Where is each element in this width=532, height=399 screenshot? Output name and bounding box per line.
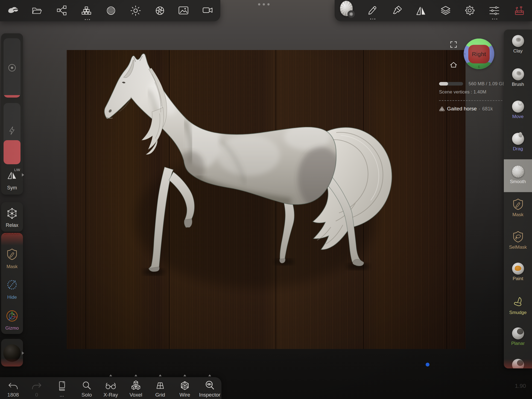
lightning-icon <box>4 125 21 136</box>
redo-button[interactable]: 0 <box>24 377 49 399</box>
xray-button[interactable]: X-Ray <box>98 377 123 399</box>
more-dots <box>85 19 90 20</box>
background-image-icon[interactable] <box>177 4 190 17</box>
inspector-label: Inspector <box>199 392 220 398</box>
scene-vertices-label: Scene vertices : <box>439 89 472 95</box>
left-slider-panel: L/W Sym <box>1 33 23 195</box>
relax-label[interactable]: Relax <box>1 222 23 228</box>
tool-label: Move <box>504 114 532 119</box>
voxel-label: Voxel <box>130 392 142 398</box>
grid-icon <box>154 379 166 391</box>
tool-label: Paint <box>504 276 532 281</box>
inspector-button[interactable]: Inspector <box>197 377 222 399</box>
relax-web-icon[interactable] <box>1 208 23 219</box>
solo-button[interactable]: Solo <box>74 377 99 399</box>
hide-label[interactable]: Hide <box>1 295 23 300</box>
tool-mask[interactable]: Mask <box>504 198 532 218</box>
panel-open-tick <box>135 374 137 376</box>
object-vertex-count: 681k <box>482 106 493 112</box>
scene-stats: 560 MB / 1.09 GB Scene vertices : 1.40M … <box>439 80 504 116</box>
tool-paint[interactable]: Paint <box>504 263 532 281</box>
tool-label: SelMask <box>504 245 532 250</box>
layers-icon[interactable] <box>439 4 452 17</box>
solo-magnifier-icon <box>81 379 92 391</box>
sym-expand-chevron-icon[interactable] <box>22 173 24 177</box>
wire-label: Wire <box>179 392 190 398</box>
undo-count: 1808 <box>7 392 19 398</box>
sculpt-viewport[interactable] <box>67 50 466 349</box>
object-row[interactable]: Gaited horse · 681k <box>439 106 493 112</box>
tool-move[interactable]: Move <box>504 101 532 119</box>
tool-brush[interactable]: Brush <box>504 68 532 87</box>
tool-label: Clay <box>504 48 532 54</box>
intensity-slider[interactable] <box>4 103 21 164</box>
tool-clay[interactable]: Clay <box>504 35 532 54</box>
grid-label: Grid <box>155 392 165 398</box>
voxel-button[interactable]: Voxel <box>124 377 148 399</box>
stamp-brush-icon[interactable] <box>391 4 403 17</box>
mask-shield-icon[interactable] <box>1 248 23 260</box>
smudge-finger-icon <box>504 295 532 309</box>
intensity-slider-fill <box>4 140 21 164</box>
toolbox-icon[interactable] <box>513 4 526 17</box>
drag-sphere-icon <box>512 133 524 145</box>
lighting-sun-icon[interactable] <box>129 4 142 17</box>
left-tools-panel: Smooth Mask Hide Gizmo <box>1 233 23 334</box>
node-graph-icon[interactable] <box>56 4 68 17</box>
material-gear-badge-icon[interactable] <box>347 10 355 18</box>
clipped-smooth-label: Smooth <box>1 233 23 236</box>
gizmo-axes-icon[interactable] <box>1 310 23 322</box>
panel-open-tick <box>159 374 162 376</box>
orientation-gizmo[interactable]: Right t E <box>464 39 494 69</box>
tool-label: Smudge <box>504 310 532 315</box>
wire-button[interactable]: Wire <box>173 377 197 399</box>
gizmo-label[interactable]: Gizmo <box>1 325 23 331</box>
top-right-toolbar <box>335 0 532 21</box>
mask-shield-icon <box>504 198 532 211</box>
object-separator: · <box>479 106 480 112</box>
post-process-aperture-icon[interactable] <box>154 4 166 17</box>
selmask-shield-icon <box>504 230 532 243</box>
active-material-sphere-icon[interactable] <box>340 2 353 15</box>
symmetry-icon[interactable] <box>415 4 427 17</box>
tool-sidebar: Clay Brush Move Drag Smooth Mask <box>504 30 532 368</box>
tool-label: Planar <box>504 341 532 346</box>
fullscreen-icon[interactable] <box>450 41 457 48</box>
pen-tools-icon[interactable] <box>366 4 379 17</box>
nomad-logo-icon[interactable] <box>6 4 19 17</box>
history-button[interactable]: ... <box>49 377 74 399</box>
tool-drag[interactable]: Drag <box>504 133 532 152</box>
tool-smooth[interactable]: Smooth <box>504 166 532 184</box>
tool-smudge[interactable]: Smudge <box>504 295 532 315</box>
scene-vertices-value: 1.40M <box>473 89 486 95</box>
history-more-label: ... <box>60 392 64 398</box>
xray-glasses-icon <box>105 379 117 391</box>
hide-dotted-icon[interactable] <box>1 279 23 291</box>
lw-badge: L/W <box>14 168 20 172</box>
settings-gear-icon[interactable] <box>463 4 476 17</box>
home-icon[interactable] <box>449 60 458 69</box>
matcap-material-icon[interactable] <box>105 4 117 17</box>
undo-button[interactable]: 1808 <box>1 377 25 399</box>
redo-count: 0 <box>35 392 38 398</box>
memory-bar-fill <box>439 82 448 86</box>
material-expand-chevron-icon[interactable] <box>22 351 24 355</box>
brush-sphere-icon <box>510 66 526 82</box>
scroll-fade-bottom <box>1 358 23 366</box>
inspector-eye-icon <box>204 379 215 391</box>
planar-sphere-icon <box>512 327 524 339</box>
grid-button[interactable]: Grid <box>148 377 173 399</box>
mask-label[interactable]: Mask <box>1 264 23 269</box>
object-name: Gaited horse <box>447 106 477 112</box>
tool-label: Brush <box>504 82 532 87</box>
clay-sphere-icon <box>512 35 524 47</box>
sym-label[interactable]: Sym <box>1 185 23 191</box>
sliders-icon[interactable] <box>488 4 501 17</box>
tool-selmask[interactable]: SelMask <box>504 230 532 250</box>
tool-planar[interactable]: Planar <box>504 327 532 346</box>
camera-icon[interactable] <box>202 4 214 17</box>
radius-slider[interactable] <box>4 38 21 98</box>
files-folder-icon[interactable] <box>31 4 43 17</box>
scene-meshes-icon[interactable] <box>80 4 93 17</box>
window-handle-dots[interactable] <box>258 3 270 5</box>
